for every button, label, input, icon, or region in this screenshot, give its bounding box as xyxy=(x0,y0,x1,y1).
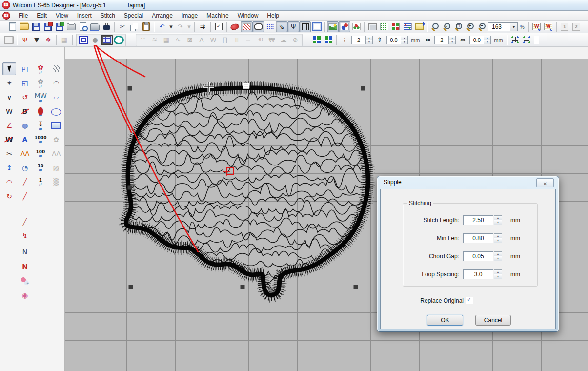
n-red-tool[interactable]: N xyxy=(18,260,32,273)
zoom-1to1-icon[interactable]: ▫ xyxy=(441,21,453,32)
document-system-menu-icon[interactable]: ES xyxy=(2,12,10,20)
reshape-fill-tool[interactable]: ◱ xyxy=(18,77,32,89)
save-icon[interactable] xyxy=(30,21,42,32)
menu-help[interactable]: Help xyxy=(263,11,284,20)
column-spacing-spin-down[interactable]: ▼ xyxy=(484,40,490,44)
edge-clipped-spin[interactable]: 4▲▼ xyxy=(534,36,539,44)
touch-up-picture-icon[interactable] xyxy=(350,21,362,32)
complex-shape-tool[interactable]: ▱ xyxy=(49,91,63,103)
show-grid-icon[interactable] xyxy=(299,21,311,32)
chain-line-tool[interactable]: ╱ xyxy=(18,190,32,203)
column-count-spin-value[interactable]: 2 xyxy=(434,36,449,44)
show-shapes-icon[interactable] xyxy=(252,21,264,32)
connect-machine-icon[interactable] xyxy=(101,21,112,32)
show-outlines-icon[interactable] xyxy=(241,21,252,32)
select-tool[interactable] xyxy=(2,62,16,75)
radial-fill-tool[interactable]: ◉ xyxy=(18,289,32,302)
stagger-offset-spin-value[interactable]: 0.0 xyxy=(386,36,401,44)
min-len-spin-down[interactable]: ▼ xyxy=(494,238,502,243)
column-spacing-icon[interactable]: ⇔ xyxy=(457,35,468,45)
ok-button[interactable]: OK xyxy=(427,315,463,326)
align-centers-icon[interactable] xyxy=(509,35,521,45)
loop-spacing-spin-up[interactable]: ▲ xyxy=(494,270,502,274)
start-end-icon[interactable]: Ψ xyxy=(19,35,31,45)
title-bar[interactable]: ES Wilcom ES-65 Designer - [Mozg-5:1 Taj… xyxy=(0,0,588,11)
mirror-quad-alt-icon[interactable] xyxy=(323,35,334,45)
column-spacing-spin-value[interactable]: 0.0 xyxy=(469,36,484,44)
travel-tool-icon[interactable]: ⇉ xyxy=(197,21,208,32)
zoom-in-icon[interactable]: + xyxy=(465,21,476,32)
polygon-select-tool[interactable]: ✦ xyxy=(2,77,16,89)
satin-column-tool[interactable]: ●⇄ xyxy=(34,105,47,118)
stitch-length-spin-up[interactable]: ▲ xyxy=(494,216,502,220)
dialog-titlebar[interactable]: Stipple ✕ xyxy=(377,176,559,189)
dim-artwork-icon[interactable] xyxy=(339,21,350,32)
zigzag-red-tool[interactable]: ↯ xyxy=(18,229,32,242)
zoom-dropdown-icon[interactable]: ▼ xyxy=(510,22,518,31)
zoom-to-fit-icon[interactable]: □ xyxy=(453,21,465,32)
show-connectors-icon[interactable]: ⇘ xyxy=(276,21,287,32)
save-to-machine-icon[interactable] xyxy=(42,21,54,32)
flower-copies-tool[interactable]: ✿⇄ xyxy=(34,62,47,75)
zoom-1000-tool[interactable]: 1000⇄ xyxy=(34,133,47,146)
zoom-input[interactable]: 163 xyxy=(488,22,510,31)
output-to-stitch-manager-icon[interactable]: W xyxy=(531,21,543,32)
stagger-offset-spin[interactable]: 0.0▲▼ xyxy=(386,36,408,44)
measure-tool[interactable]: ↕ xyxy=(2,162,16,174)
show-points-icon[interactable] xyxy=(264,21,276,32)
print-icon[interactable] xyxy=(65,21,77,32)
zigzag-run-tool[interactable]: W xyxy=(2,105,16,118)
circle-star-tool[interactable] xyxy=(18,275,32,288)
print-preview-icon[interactable] xyxy=(77,21,89,32)
remove-boundary-tool[interactable]: B xyxy=(18,105,32,118)
loop-spacing-input[interactable]: 3.0 xyxy=(463,269,493,279)
zigzag-outline-tool[interactable]: MW⇄ xyxy=(34,91,47,103)
wreath-icon[interactable]: ⋮ xyxy=(339,35,350,45)
undo-icon[interactable]: ↶ xyxy=(156,21,168,32)
zoom-out-icon[interactable]: − xyxy=(476,21,488,32)
column-count-spin-up[interactable]: ▲ xyxy=(449,36,455,40)
dialog-close-button[interactable]: ✕ xyxy=(536,178,554,187)
ellipse-rotate-tool[interactable]: ↻ xyxy=(2,190,16,203)
circle-fill-icon[interactable]: ● xyxy=(89,35,101,45)
show-penetrations-icon[interactable]: Ψ xyxy=(287,21,299,32)
send-to-machine-icon[interactable] xyxy=(89,21,101,32)
replace-original-checkbox[interactable] xyxy=(466,297,473,304)
min-len-spin-up[interactable]: ▲ xyxy=(494,234,502,238)
edge-clipped-spin-value[interactable]: 4 xyxy=(534,36,539,44)
rectangle-tool[interactable] xyxy=(49,119,63,132)
stitch-length-spin-down[interactable]: ▼ xyxy=(494,220,502,225)
stagger-offset-spin-up[interactable]: ▲ xyxy=(401,36,407,40)
stop-needle-icon[interactable]: ▼ xyxy=(31,35,42,45)
open-curve-tool[interactable]: ∨ xyxy=(2,91,16,103)
mirror-quad-icon[interactable] xyxy=(311,35,323,45)
show-stitches-icon[interactable] xyxy=(229,21,241,32)
color-film-icon[interactable] xyxy=(390,21,402,32)
wreath-count-spin-value[interactable]: 2 xyxy=(351,36,366,44)
chord-gap-spin-down[interactable]: ▼ xyxy=(494,256,502,261)
align-points-icon[interactable] xyxy=(521,35,533,45)
node-segment-tool[interactable]: ╱ xyxy=(18,215,32,228)
zoom-100-tool[interactable]: 100⇄ xyxy=(34,147,47,160)
lettering-tool[interactable]: A xyxy=(18,133,32,146)
stipple-fill-icon[interactable] xyxy=(101,35,113,45)
wreath-count-spin[interactable]: 2▲▼ xyxy=(351,36,373,44)
reshape-tool[interactable]: ◰ xyxy=(18,62,32,75)
flower-single-tool[interactable]: ✿⇄ xyxy=(34,77,47,89)
undo-dropdown-icon[interactable]: ▾ xyxy=(168,21,174,32)
zoom-1-tool[interactable]: 1⇄ xyxy=(34,176,47,188)
cancel-button[interactable]: Cancel xyxy=(475,315,511,326)
arc-tool[interactable]: ◠ xyxy=(49,77,63,89)
mirror-pair-tool[interactable]: ΛΛ xyxy=(18,147,32,160)
n-node-tool[interactable]: N xyxy=(18,246,32,258)
menu-special[interactable]: Special xyxy=(120,11,147,20)
reshape-part-tool[interactable]: ◔ xyxy=(18,162,32,174)
cut-icon[interactable]: ✂ xyxy=(117,21,128,32)
open-icon[interactable] xyxy=(19,21,30,32)
stitch-manager-queue-icon[interactable]: W xyxy=(543,21,554,32)
columns-icon[interactable]: ▪▪ xyxy=(422,35,433,45)
sequence-icon[interactable] xyxy=(402,21,413,32)
node-line-tool[interactable]: ╱ xyxy=(18,176,32,188)
auto-apply-icon[interactable] xyxy=(213,21,224,32)
stagger-offset-spin-down[interactable]: ▼ xyxy=(401,40,407,44)
